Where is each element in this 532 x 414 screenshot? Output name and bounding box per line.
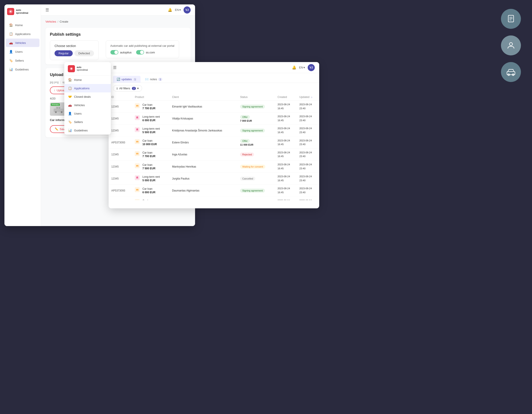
breadcrumb-vehicles-link[interactable]: Vehicles — [46, 20, 56, 23]
section-defected-button[interactable]: Defected — [75, 50, 94, 56]
dropdown-item-applications[interactable]: 📋 Applications — [64, 84, 111, 92]
cell-product: m Car loan 7 500 EUR — [132, 160, 169, 172]
dropdown-item-vehicles[interactable]: 🚗 Vehicles — [64, 101, 111, 109]
dropdown-item-users[interactable]: 👤 Users — [64, 109, 111, 118]
applications-table: ID Product Client Status Created Updated… — [109, 94, 319, 200]
status-badge-4: Rejected — [240, 152, 254, 157]
sidebar-label-guidelines: Guidelines — [15, 68, 28, 71]
cell-product: R Long-term rent 6 000 EUR — [132, 113, 169, 124]
all-filters-button[interactable]: ⫿ All filters 2 ▾ — [113, 85, 142, 92]
table-row[interactable]: AP5373093 m Car loan 6 000 EUR Daumantas… — [109, 185, 319, 197]
menu-button[interactable]: ☰ — [46, 8, 49, 12]
product-amount-1: 6 000 EUR — [142, 119, 160, 122]
apps-notification-bell[interactable]: 🔔 — [292, 65, 296, 70]
tab-notes[interactable]: ✉️ notes 1 — [142, 76, 166, 83]
cell-client: Jurgita Paulius — [169, 173, 238, 185]
cell-client: Estere Elmārs — [169, 137, 238, 149]
cell-updated: 2023-08-2423:40 — [297, 185, 319, 197]
choose-section-label: Choose section — [55, 44, 94, 48]
filters-arrow: ▾ — [137, 87, 139, 90]
svg-rect-13 — [58, 107, 60, 109]
sidebar-item-applications[interactable]: 📋 Applications — [6, 30, 39, 38]
dropdown-applications-icon: 📋 — [68, 86, 72, 90]
product-type-6: Long-term rent — [142, 175, 160, 179]
apps-menu-button[interactable]: ☰ — [113, 65, 117, 70]
product-amount-4: 7 700 EUR — [142, 155, 155, 158]
apps-language-selector[interactable]: EN ▾ — [299, 66, 305, 69]
dropdown-guidelines-icon: 📊 — [68, 129, 72, 132]
status-badge-5: Waiting for consent — [240, 165, 265, 169]
sscom-label: ss.com — [146, 51, 155, 54]
dropdown-item-closed-deals[interactable]: 🤝 Closed deals — [64, 92, 111, 101]
sidebar-item-home[interactable]: 🏠 Home — [6, 21, 39, 29]
table-row[interactable]: AP5373093 m Car loan 10 800 EUR Estere E… — [109, 137, 319, 149]
sidebar-item-vehicles[interactable]: 🚗 Vehicles — [6, 38, 39, 47]
product-icon-5: m — [135, 163, 140, 168]
cell-product: m Car loan 7 700 EUR — [132, 101, 169, 113]
vehicles-icon: 🚗 — [9, 41, 13, 45]
cell-client: Mantvydas Henrikas — [169, 160, 238, 172]
publish-row: Choose section Regular Defected Automati… — [50, 40, 186, 60]
breadcrumb-separator: / — [57, 20, 58, 23]
dropdown-item-guidelines[interactable]: 📊 Guidelines — [64, 126, 111, 134]
cell-updated: 2023-08-2423:40 — [297, 137, 319, 149]
publish-settings-title: Publish settings — [50, 32, 186, 37]
offer-amount-3: 11 000 EUR — [240, 143, 272, 146]
table-row[interactable]: 12345 m Car loan 9 100 EUR Skaistė Juliu… — [109, 197, 319, 200]
updates-icon: 🔄 — [117, 78, 120, 81]
sidebar-item-users[interactable]: 👤 Users — [6, 47, 39, 56]
cell-status: Signing agreement — [238, 185, 275, 197]
cell-client: Kristijonas Anastasija Šimonis Jankauska… — [169, 124, 238, 137]
cell-created: 2023-08-2416:45 — [275, 185, 297, 197]
status-badge-7: Signing agreement — [240, 188, 265, 193]
dropdown-closed-deals-icon: 🤝 — [68, 95, 72, 98]
table-header: ID Product Client Status Created Updated… — [109, 94, 319, 101]
dropdown-applications-label: Applications — [74, 87, 90, 90]
users-icon: 👤 — [9, 50, 13, 54]
cell-updated: 2023-08-2423:40 — [297, 124, 319, 137]
table-row[interactable]: 12345 m Car loan 7 500 EUR Mantvydas Hen… — [109, 160, 319, 172]
section-regular-button[interactable]: Regular — [55, 50, 73, 56]
table-row[interactable]: 12345 R Long-term rent 6 000 EUR Vitalij… — [109, 113, 319, 124]
table-row[interactable]: 12345 R Long-term rent 5 000 EUR Jurgita… — [109, 173, 319, 185]
apps-panel: ☰ 🔔 EN ▾ VJ 🔄 updates 1 ✉️ notes 1 — [109, 62, 319, 208]
table-row[interactable]: 12345 R Long-term rent 5 500 EUR Kristij… — [109, 124, 319, 137]
dropdown-item-home[interactable]: 🏠 Home — [64, 75, 111, 84]
col-status: Status — [238, 94, 275, 101]
user-avatar[interactable]: VJ — [183, 6, 191, 14]
cell-updated: 2023-08-2423:40 — [297, 101, 319, 113]
upload-icon: ↑ — [54, 89, 56, 92]
language-selector[interactable]: EN ▾ — [175, 8, 181, 11]
notification-bell[interactable]: 🔔 — [168, 8, 172, 12]
tab-updates-label: updates — [122, 78, 132, 81]
dropdown-users-icon: 👤 — [68, 112, 72, 115]
tab-notes-label: notes — [150, 78, 157, 81]
sidebar-item-guidelines[interactable]: 📊 Guidelines — [6, 65, 39, 74]
product-icon-2: R — [135, 127, 140, 132]
tab-updates[interactable]: 🔄 updates 1 — [113, 76, 141, 83]
dropdown-item-sellers[interactable]: 🏷️ Sellers — [64, 118, 111, 126]
cell-created: 2023-08-2416:45 — [275, 197, 297, 200]
apps-user-avatar[interactable]: VJ — [308, 64, 315, 71]
cell-id: 12345 — [109, 160, 132, 172]
col-updated: Updated ↓ — [297, 94, 319, 101]
auto-publish-title: Automatic car add publishing at external… — [110, 44, 174, 47]
dropdown-guidelines-label: Guidelines — [74, 129, 87, 132]
table-row[interactable]: 12345 m Car loan 7 700 EUR Eimanté Iglé … — [109, 101, 319, 113]
apps-header-right: 🔔 EN ▾ VJ — [292, 64, 315, 71]
cell-product: m Car loan 10 800 EUR — [132, 137, 169, 149]
status-badge-0: Signing agreement — [240, 105, 265, 109]
sscom-toggle[interactable] — [136, 50, 144, 55]
product-type-5: Car loan — [142, 163, 155, 166]
svg-rect-12 — [56, 107, 58, 109]
dropdown-closed-deals-label: Closed deals — [74, 95, 91, 98]
dropdown-sellers-label: Sellers — [74, 120, 83, 124]
offer-amount-1: 7 000 EUR — [240, 120, 272, 122]
sidebar: auto sprendmai 🏠 Home 📋 Applications 🚗 V… — [4, 4, 41, 226]
meta-format: jpg png — [50, 81, 60, 84]
product-amount-7: 6 000 EUR — [142, 191, 155, 194]
autopilus-toggle[interactable] — [110, 50, 118, 55]
cell-status: Waiting for consent — [238, 160, 275, 172]
sidebar-item-sellers[interactable]: 🏷️ Sellers — [6, 56, 39, 65]
table-row[interactable]: 12345 m Car loan 7 700 EUR Inga Ažuolas … — [109, 149, 319, 160]
